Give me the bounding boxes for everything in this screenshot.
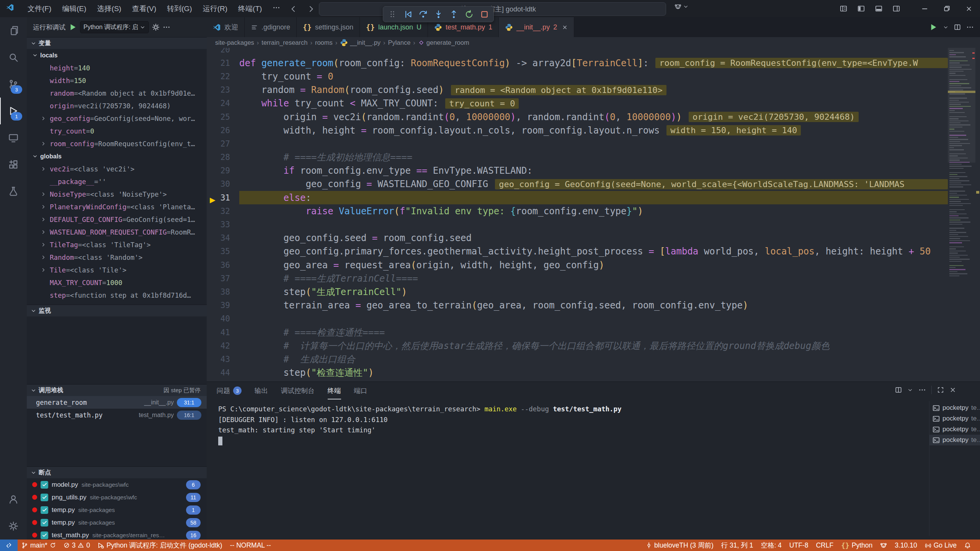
terminal-output[interactable]: PS C:\computer_science\godot-ldtk\site-p…	[218, 404, 919, 536]
status-cursor-position[interactable]: 行 31, 列 1	[717, 540, 757, 551]
status-debug-status[interactable]: Python 调试程序: 启动文件 (godot-ldtk)	[94, 540, 226, 551]
code-line[interactable]: ▶31 else:	[207, 191, 948, 204]
breakpoint-checkbox[interactable]	[41, 519, 48, 527]
activity-explorer[interactable]	[0, 17, 27, 44]
variable-row[interactable]: origin = vec2i(7205730, 9024468)	[27, 99, 207, 112]
breakpoint-checkbox[interactable]	[41, 531, 48, 539]
activity-source-control[interactable]: 3	[0, 71, 27, 98]
activity-remote-explorer[interactable]	[0, 124, 27, 151]
debug-settings-gear-icon[interactable]	[152, 23, 160, 31]
breadcrumb-item[interactable]: Pylance	[388, 39, 411, 46]
sidebar-more-icon[interactable]	[163, 23, 170, 31]
menu-item[interactable]: 选择(S)	[92, 2, 127, 16]
menu-item[interactable]: 文件(F)	[22, 2, 57, 16]
status-remote-indicator[interactable]	[0, 540, 18, 551]
code-line[interactable]: 37 # ====生成TerrainCell====	[207, 272, 948, 285]
window-minimize-button[interactable]	[913, 0, 936, 17]
window-close-button[interactable]	[958, 0, 980, 17]
code-line[interactable]: 30 geo_config = WASTELAND_GEO_CONFIGgeo_…	[207, 178, 948, 191]
code-line[interactable]: 32 raise ValueError(f"Invalid env type: …	[207, 204, 948, 218]
gutter[interactable]: 28	[207, 153, 239, 162]
variable-row[interactable]: MAX_TRY_COUNT = 1000	[27, 276, 207, 289]
start-debug-button[interactable]	[69, 23, 77, 31]
variable-row[interactable]: geo_config = GeoConfig(seed=None, wor…	[27, 112, 207, 125]
window-restore-button[interactable]	[936, 0, 958, 17]
gutter[interactable]: 25	[207, 112, 239, 122]
toggle-sidebar-button[interactable]	[854, 2, 868, 15]
code-line[interactable]: 38 step("生成TerrainCell")	[207, 285, 948, 298]
activity-testing[interactable]	[0, 178, 27, 205]
gutter[interactable]: 39	[207, 301, 239, 310]
breakpoint-row[interactable]: temp.pysite-packages1	[27, 504, 207, 516]
history-forward-button[interactable]	[304, 2, 318, 15]
code-line[interactable]: 25 origin = vec2i(random.randint(0, 1000…	[207, 110, 948, 124]
variable-row[interactable]: room_config = RoomRequestConfig(env_t…	[27, 137, 207, 150]
menu-item[interactable]: 运行(R)	[198, 2, 233, 16]
menubar-more-icon[interactable]	[267, 2, 286, 15]
gutter[interactable]: 29	[207, 166, 239, 175]
code-line[interactable]: 34 geo_config.seed = room_config.seed	[207, 231, 948, 245]
menu-item[interactable]: 查看(V)	[127, 2, 162, 16]
code-line[interactable]: 36 geo_area = request_area(origin, width…	[207, 258, 948, 272]
breadcrumb-item[interactable]: __init__.py	[340, 39, 381, 47]
breadcrumb-item[interactable]: generate_room	[418, 39, 469, 46]
close-icon[interactable]	[562, 24, 568, 30]
code-line[interactable]: 28 # ====生成初始地理信息====	[207, 151, 948, 164]
gutter[interactable]: 21	[207, 59, 239, 68]
variable-row[interactable]: DEFAULT_GEO_CONFIG = GeoConfig(seed=1…	[27, 213, 207, 226]
code-line[interactable]: 24 while try_count < MAX_TRY_COUNT:try_c…	[207, 97, 948, 110]
gutter[interactable]: 26	[207, 126, 239, 135]
status-notifications[interactable]	[960, 540, 975, 551]
activity-search[interactable]	[0, 44, 27, 71]
run-file-button[interactable]	[929, 23, 938, 31]
gutter[interactable]: 44	[207, 368, 239, 377]
toggle-secondary-sidebar-button[interactable]	[889, 2, 903, 15]
panel-maximize-button[interactable]	[937, 386, 944, 393]
profile-menu[interactable]	[675, 3, 689, 10]
breakpoint-checkbox[interactable]	[41, 494, 48, 501]
menu-item[interactable]: 转到(G)	[162, 2, 197, 16]
section-header-监视[interactable]: 监视	[27, 305, 207, 316]
activity-extensions[interactable]	[0, 151, 27, 178]
code-line[interactable]: 22 try_count = 0	[207, 70, 948, 83]
variable-row[interactable]: try_count = 0	[27, 125, 207, 137]
gutter[interactable]: 34	[207, 233, 239, 243]
scope-globals[interactable]: globals	[27, 150, 207, 163]
breadcrumb-item[interactable]: site-packages	[215, 39, 254, 46]
debug-stop-button[interactable]	[477, 8, 491, 20]
variable-row[interactable]: WASTELAND_ROOM_REQUEST_CONFIG = RoomR…	[27, 226, 207, 238]
breadcrumb-item[interactable]: terrain_research	[261, 39, 307, 46]
variable-row[interactable]: height = 140	[27, 62, 207, 74]
callstack-frame[interactable]: generate_room__init__.py31:1	[27, 396, 207, 409]
panel-close-button[interactable]	[949, 386, 956, 393]
breakpoint-row[interactable]: model.pysite-packages\wfc6	[27, 478, 207, 491]
panel-tab-terminal[interactable]: 终端	[328, 382, 341, 399]
breadcrumb[interactable]: site-packages›terrain_research›rooms›__i…	[207, 37, 980, 48]
debug-step-out-button[interactable]	[447, 8, 461, 20]
gutter[interactable]: 24	[207, 99, 239, 108]
gutter[interactable]: 23	[207, 85, 239, 95]
gutter[interactable]: 22	[207, 72, 239, 81]
debug-step-into-button[interactable]	[431, 8, 445, 20]
debug-step-over-button[interactable]	[416, 8, 430, 20]
terminal-profile-chevron[interactable]	[907, 387, 913, 393]
breakpoint-row[interactable]: test_math.pysite-packages\terrain_res…16	[27, 529, 207, 540]
code-line[interactable]: 20	[207, 48, 948, 56]
scope-locals[interactable]: locals	[27, 49, 207, 62]
variable-row[interactable]: step = <function step at 0x1bf8d716d…	[27, 289, 207, 302]
code-line[interactable]: 35 geo_config.primary_forces.geothermal_…	[207, 245, 948, 258]
panel-more-button[interactable]	[918, 386, 926, 394]
split-editor-button[interactable]	[954, 24, 961, 31]
gutter[interactable]: 43	[207, 355, 239, 364]
status-indentation[interactable]: 空格: 4	[757, 540, 785, 551]
status-git-blame[interactable]: blueloveTH (3 周前)	[642, 540, 717, 551]
gutter[interactable]: 36	[207, 261, 239, 270]
gutter[interactable]: 40	[207, 314, 239, 323]
breadcrumb-item[interactable]: rooms	[315, 39, 333, 46]
terminal-list-item[interactable]: pocketpyte…	[929, 435, 980, 445]
status-language-mode[interactable]: {}Python	[837, 540, 876, 551]
status-go-live[interactable]: Go Live	[921, 540, 960, 551]
gutter[interactable]: 27	[207, 139, 239, 148]
run-dropdown[interactable]	[943, 24, 949, 30]
status-python-version[interactable]: 3.10.10	[891, 540, 921, 551]
